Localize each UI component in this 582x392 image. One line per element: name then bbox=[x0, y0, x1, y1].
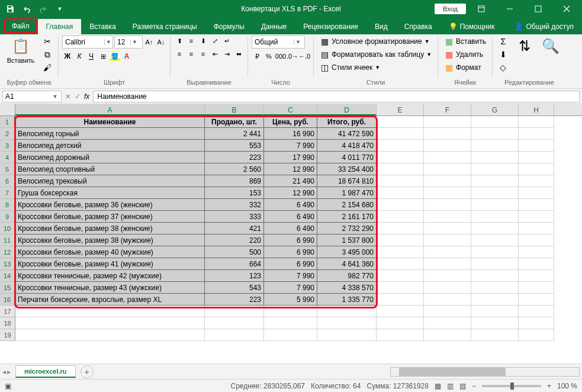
cell[interactable]: 7 990 bbox=[264, 140, 317, 152]
row-header[interactable]: 2 bbox=[0, 128, 15, 140]
cell[interactable] bbox=[519, 234, 554, 246]
align-middle-button[interactable]: ≡ bbox=[186, 36, 197, 46]
cell[interactable] bbox=[424, 317, 471, 329]
cell[interactable] bbox=[519, 258, 554, 270]
format-as-table-button[interactable]: ▤Форматировать как таблицу▼ bbox=[317, 49, 434, 60]
font-size-combo[interactable]: ▼ bbox=[114, 36, 143, 49]
close-icon[interactable] bbox=[554, 0, 580, 18]
cell[interactable]: 6 490 bbox=[264, 223, 317, 234]
paste-button[interactable]: 📋 Вставить bbox=[4, 36, 38, 65]
row-header[interactable]: 13 bbox=[0, 258, 15, 270]
cell[interactable] bbox=[377, 270, 424, 282]
cell[interactable] bbox=[424, 187, 471, 199]
zoom-level[interactable]: 100 % bbox=[557, 382, 577, 390]
cell[interactable]: 2 560 bbox=[205, 163, 264, 175]
cell[interactable]: 16 990 bbox=[264, 128, 317, 140]
align-center-button[interactable]: ≡ bbox=[186, 49, 197, 59]
cell[interactable]: 421 bbox=[205, 223, 264, 234]
cell[interactable] bbox=[471, 270, 519, 282]
merge-button[interactable]: ⬌ bbox=[233, 49, 244, 59]
col-header-D[interactable]: D bbox=[317, 104, 377, 115]
cell[interactable]: 12 990 bbox=[264, 163, 317, 175]
format-painter-button[interactable]: 🖌 bbox=[40, 62, 54, 73]
copy-button[interactable]: ⧉ bbox=[40, 49, 54, 60]
cell[interactable] bbox=[424, 258, 471, 270]
cell[interactable] bbox=[15, 306, 205, 317]
col-header-G[interactable]: G bbox=[471, 104, 519, 115]
cell[interactable] bbox=[519, 270, 554, 282]
cell[interactable]: 7 990 bbox=[264, 282, 317, 294]
cell[interactable] bbox=[471, 329, 519, 341]
cell[interactable] bbox=[377, 199, 424, 211]
qat-customize-icon[interactable]: ▼ bbox=[52, 1, 67, 17]
dec-decimal-button[interactable]: ←.0 bbox=[299, 51, 310, 62]
cell[interactable]: 333 bbox=[205, 211, 264, 223]
cell[interactable]: 6 990 bbox=[264, 246, 317, 258]
sort-filter-button[interactable]: ⇅ bbox=[513, 36, 536, 57]
add-sheet-button[interactable]: + bbox=[81, 365, 94, 378]
align-top-button[interactable]: ⬆ bbox=[174, 36, 185, 46]
fill-color-button[interactable]: 🪣 bbox=[110, 51, 120, 62]
row-header[interactable]: 15 bbox=[0, 282, 15, 294]
cell[interactable] bbox=[377, 163, 424, 175]
cell[interactable] bbox=[377, 258, 424, 270]
cell[interactable] bbox=[15, 317, 205, 329]
row-header[interactable]: 17 bbox=[0, 306, 15, 317]
find-button[interactable]: 🔍 bbox=[539, 36, 562, 57]
col-header-B[interactable]: B bbox=[205, 104, 264, 115]
row-header[interactable]: 1 bbox=[0, 116, 15, 128]
cell[interactable]: Кроссовки беговые, размер 38 (женские) bbox=[15, 223, 205, 234]
tab-share[interactable]: 👤Общий доступ bbox=[506, 19, 582, 34]
cell[interactable] bbox=[424, 306, 471, 317]
cell[interactable] bbox=[377, 329, 424, 341]
cell[interactable] bbox=[424, 199, 471, 211]
sheet-tab[interactable]: microexcel.ru bbox=[15, 365, 76, 378]
cell[interactable]: 4 338 570 bbox=[317, 282, 377, 294]
cell[interactable] bbox=[471, 223, 519, 234]
cell[interactable] bbox=[519, 329, 554, 341]
cell[interactable]: 982 770 bbox=[317, 270, 377, 282]
inc-decimal-button[interactable]: .0→ bbox=[287, 51, 298, 62]
clear-button[interactable]: ◇ bbox=[496, 62, 510, 73]
fx-icon[interactable]: fx bbox=[84, 92, 89, 101]
cell[interactable] bbox=[424, 152, 471, 163]
wrap-text-button[interactable]: ↵ bbox=[221, 36, 232, 46]
cell[interactable]: Велосипед спортивный bbox=[15, 163, 205, 175]
cell[interactable]: Кроссовки беговые, размер 36 (женские) bbox=[15, 199, 205, 211]
cell[interactable] bbox=[424, 140, 471, 152]
row-header[interactable]: 16 bbox=[0, 294, 15, 306]
cell[interactable]: 33 254 400 bbox=[317, 163, 377, 175]
cell[interactable] bbox=[377, 175, 424, 187]
cell[interactable]: 869 bbox=[205, 175, 264, 187]
cell[interactable]: Кроссовки теннисные, размер 43 (мужские) bbox=[15, 282, 205, 294]
insert-cells-button[interactable]: ▦Вставить bbox=[442, 36, 488, 47]
save-icon[interactable] bbox=[2, 1, 18, 17]
cell[interactable] bbox=[471, 306, 519, 317]
cell[interactable]: 6 490 bbox=[264, 211, 317, 223]
cell[interactable] bbox=[424, 116, 471, 128]
cell[interactable] bbox=[471, 234, 519, 246]
cell[interactable] bbox=[471, 258, 519, 270]
cell[interactable]: Наименование bbox=[15, 116, 205, 128]
minimize-icon[interactable] bbox=[497, 0, 523, 18]
view-normal-icon[interactable]: ▦ bbox=[435, 382, 441, 390]
cell[interactable]: 4 011 770 bbox=[317, 152, 377, 163]
cell[interactable] bbox=[471, 211, 519, 223]
percent-button[interactable]: % bbox=[263, 51, 274, 62]
cancel-icon[interactable]: ✕ bbox=[65, 92, 71, 101]
row-header[interactable]: 18 bbox=[0, 317, 15, 329]
undo-icon[interactable] bbox=[19, 1, 34, 17]
cut-button[interactable]: ✂ bbox=[40, 36, 54, 47]
cell[interactable]: 18 674 810 bbox=[317, 175, 377, 187]
cell[interactable] bbox=[519, 294, 554, 306]
cell[interactable]: 1 335 770 bbox=[317, 294, 377, 306]
cell[interactable] bbox=[264, 317, 317, 329]
cell[interactable]: 12 990 bbox=[264, 187, 317, 199]
comma-button[interactable]: 000 bbox=[275, 51, 286, 62]
cell[interactable] bbox=[471, 187, 519, 199]
grow-font-button[interactable]: A↑ bbox=[144, 37, 155, 47]
cell[interactable]: 1 987 470 bbox=[317, 187, 377, 199]
cell[interactable] bbox=[519, 223, 554, 234]
cell[interactable]: Итого, руб. bbox=[317, 116, 377, 128]
cell[interactable] bbox=[471, 246, 519, 258]
